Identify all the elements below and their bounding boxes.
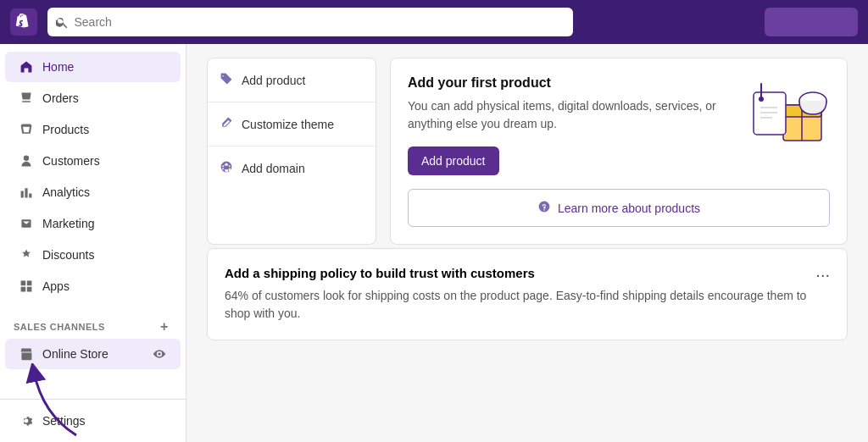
- sidebar-label-customers: Customers: [42, 154, 100, 168]
- sidebar-item-analytics[interactable]: Analytics: [5, 177, 181, 207]
- apps-icon: [19, 279, 34, 294]
- logo[interactable]: [10, 8, 37, 36]
- add-sales-channel-button[interactable]: +: [157, 319, 172, 334]
- product-promo-text: Add your first product You can add physi…: [408, 75, 723, 175]
- sidebar: Home Orders Products Customers: [0, 44, 186, 442]
- sidebar-label-products: Products: [42, 123, 89, 136]
- settings-icon: [19, 413, 34, 428]
- product-promo-card: Add your first product You can add physi…: [390, 58, 848, 245]
- action-cards-section: Add product Customize theme Add domain: [207, 44, 848, 245]
- learn-more-button[interactable]: Learn more about products: [408, 189, 830, 227]
- shipping-card-title: Add a shipping policy to build trust wit…: [225, 266, 535, 280]
- customize-theme-label: Customize theme: [242, 118, 334, 131]
- product-illustration: [737, 75, 830, 152]
- sidebar-item-settings[interactable]: Settings: [5, 406, 181, 436]
- shipping-card: Add a shipping policy to build trust wit…: [207, 248, 848, 340]
- globe-icon: [220, 160, 233, 176]
- sidebar-label-discounts: Discounts: [42, 248, 94, 262]
- sales-channels-section: SALES CHANNELS +: [0, 309, 186, 338]
- sidebar-item-online-store[interactable]: Online Store: [5, 339, 181, 369]
- action-list: Add product Customize theme Add domain: [207, 58, 376, 245]
- topnav-right-button[interactable]: [765, 8, 858, 36]
- help-circle-icon: [537, 200, 551, 216]
- customize-theme-action[interactable]: Customize theme: [208, 102, 376, 146]
- sidebar-item-customers[interactable]: Customers: [5, 146, 181, 176]
- search-icon: [56, 16, 68, 28]
- svg-point-5: [759, 97, 764, 102]
- main-content: Add product Customize theme Add domain: [186, 44, 868, 442]
- sidebar-label-analytics: Analytics: [42, 185, 90, 199]
- add-product-label: Add product: [242, 74, 306, 87]
- add-product-action[interactable]: Add product: [208, 58, 376, 102]
- customers-icon: [19, 153, 34, 169]
- search-input[interactable]: [75, 15, 565, 29]
- home-icon: [19, 59, 34, 75]
- sidebar-bottom: Settings: [0, 399, 186, 442]
- sidebar-item-apps[interactable]: Apps: [5, 271, 181, 301]
- orders-icon: [19, 91, 34, 106]
- product-promo-title: Add your first product: [408, 75, 723, 91]
- sidebar-item-home[interactable]: Home: [5, 52, 181, 82]
- brush-icon: [220, 116, 233, 132]
- online-store-icon: [19, 346, 34, 362]
- shopify-icon: [15, 14, 32, 30]
- discounts-icon: [19, 247, 34, 262]
- product-promo-description: You can add physical items, digital down…: [408, 97, 723, 133]
- products-icon: [19, 122, 34, 137]
- shipping-card-description: 64% of customers look for shipping costs…: [225, 287, 830, 323]
- sidebar-item-orders[interactable]: Orders: [5, 83, 181, 113]
- top-nav: [0, 0, 868, 44]
- sidebar-item-products[interactable]: Products: [5, 114, 181, 145]
- tag-icon: [220, 72, 233, 88]
- sidebar-label-home: Home: [42, 60, 74, 74]
- sidebar-label-apps: Apps: [42, 279, 70, 293]
- marketing-icon: [19, 216, 34, 231]
- online-store-label: Online Store: [42, 347, 108, 361]
- eye-icon[interactable]: [152, 346, 167, 362]
- settings-label: Settings: [42, 414, 86, 428]
- add-domain-label: Add domain: [242, 162, 305, 175]
- sidebar-item-discounts[interactable]: Discounts: [5, 240, 181, 270]
- search-bar[interactable]: [47, 8, 573, 36]
- add-domain-action[interactable]: Add domain: [208, 146, 376, 190]
- sidebar-item-marketing[interactable]: Marketing: [5, 208, 181, 239]
- analytics-icon: [19, 185, 34, 200]
- add-product-button[interactable]: Add product: [408, 146, 499, 175]
- sidebar-label-orders: Orders: [42, 91, 79, 105]
- sidebar-label-marketing: Marketing: [42, 217, 94, 230]
- learn-more-label: Learn more about products: [558, 202, 700, 215]
- more-options-button[interactable]: ···: [815, 266, 830, 283]
